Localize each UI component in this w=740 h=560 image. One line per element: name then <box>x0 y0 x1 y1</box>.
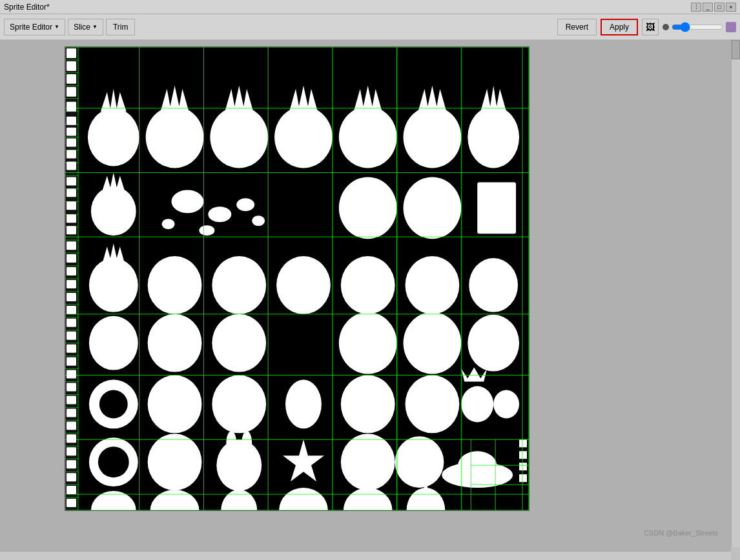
svg-point-25 <box>339 177 397 239</box>
maximize-btn[interactable]: □ <box>714 3 725 12</box>
svg-point-42 <box>468 315 519 372</box>
sprite-editor-dropdown[interactable]: Sprite Editor ▼ <box>4 19 65 35</box>
svg-rect-158 <box>67 408 76 417</box>
svg-point-9 <box>339 106 397 168</box>
title-bar-left: Sprite Editor* <box>4 3 50 12</box>
revert-button[interactable]: Revert <box>557 19 597 35</box>
menu-btn[interactable]: ⋮ <box>691 3 701 12</box>
svg-marker-6 <box>225 86 253 112</box>
svg-point-36 <box>469 258 518 312</box>
sprite-svg <box>65 47 529 510</box>
svg-rect-152 <box>67 332 76 340</box>
svg-point-68 <box>91 491 136 510</box>
title-bar: Sprite Editor* ⋮ _ □ × <box>0 0 740 14</box>
svg-rect-139 <box>67 162 76 170</box>
revert-label: Revert <box>566 23 588 32</box>
svg-rect-154 <box>67 357 76 366</box>
svg-point-49 <box>406 375 460 434</box>
svg-point-41 <box>404 312 462 374</box>
svg-point-22 <box>252 215 265 226</box>
svg-marker-14 <box>480 86 506 112</box>
trim-button[interactable]: Trim <box>106 19 136 35</box>
scrollbar-bottom[interactable] <box>0 551 731 560</box>
svg-point-13 <box>468 106 519 168</box>
close-btn[interactable]: × <box>726 3 736 12</box>
svg-rect-161 <box>67 447 76 455</box>
title-bar-controls: ⋮ _ □ × <box>691 3 736 12</box>
svg-rect-147 <box>67 267 76 275</box>
svg-point-45 <box>148 375 202 434</box>
svg-point-57 <box>226 431 236 454</box>
svg-point-52 <box>493 390 519 419</box>
toolbar-left: Sprite Editor ▼ Slice ▼ Trim <box>4 19 555 35</box>
slice-label: Slice <box>74 23 90 32</box>
svg-rect-151 <box>67 319 76 327</box>
svg-rect-141 <box>67 188 76 197</box>
apply-label: Apply <box>610 23 629 32</box>
svg-marker-8 <box>289 86 318 112</box>
svg-rect-149 <box>67 293 76 301</box>
image-icon-button[interactable]: 🖼 <box>642 19 659 35</box>
minimize-btn[interactable]: _ <box>703 3 713 12</box>
svg-rect-160 <box>67 434 76 443</box>
sprite-editor-arrow-icon: ▼ <box>54 24 59 30</box>
svg-point-47 <box>285 380 322 429</box>
svg-point-5 <box>210 106 268 168</box>
toolbar: Sprite Editor ▼ Slice ▼ Trim Revert Appl… <box>0 14 740 40</box>
svg-point-54 <box>98 446 129 477</box>
slice-arrow-icon: ▼ <box>92 24 98 30</box>
apply-button[interactable]: Apply <box>601 19 638 35</box>
zoom-slider-container <box>663 22 736 32</box>
slider-min-icon <box>663 24 669 30</box>
svg-rect-163 <box>67 473 76 481</box>
svg-point-1 <box>88 108 139 166</box>
svg-rect-143 <box>67 214 76 223</box>
svg-marker-12 <box>418 86 446 112</box>
slice-dropdown[interactable]: Slice ▼ <box>68 19 103 35</box>
svg-point-55 <box>148 434 202 490</box>
svg-point-21 <box>236 198 254 211</box>
scrollbar-right-thumb[interactable] <box>732 40 740 59</box>
svg-point-7 <box>274 106 333 168</box>
scrollbar-right[interactable] <box>731 40 740 547</box>
svg-point-72 <box>344 488 393 510</box>
svg-point-58 <box>242 431 252 454</box>
svg-marker-51 <box>461 368 487 382</box>
svg-rect-130 <box>67 48 76 58</box>
svg-point-23 <box>162 219 175 229</box>
svg-marker-17 <box>103 172 125 190</box>
svg-point-71 <box>279 488 328 510</box>
zoom-slider[interactable] <box>672 22 723 32</box>
svg-point-16 <box>91 186 136 235</box>
svg-rect-28 <box>477 182 516 234</box>
app-title: Sprite Editor* <box>4 3 50 12</box>
svg-rect-153 <box>67 345 76 353</box>
svg-point-11 <box>404 106 462 168</box>
svg-point-38 <box>148 314 202 372</box>
svg-marker-4 <box>161 86 189 112</box>
sprite-canvas[interactable] <box>65 46 529 511</box>
toolbar-right: Revert Apply 🖼 <box>557 19 736 35</box>
svg-rect-155 <box>67 370 76 379</box>
svg-point-73 <box>407 488 446 510</box>
svg-rect-138 <box>67 150 76 159</box>
svg-point-50 <box>461 386 493 423</box>
svg-rect-65 <box>519 451 527 459</box>
svg-rect-66 <box>519 463 527 470</box>
svg-point-69 <box>150 490 200 510</box>
svg-rect-132 <box>67 74 76 84</box>
svg-point-19 <box>172 190 204 213</box>
svg-point-40 <box>339 312 397 374</box>
svg-point-46 <box>212 375 266 434</box>
svg-rect-148 <box>67 280 76 288</box>
svg-rect-137 <box>67 139 76 147</box>
svg-point-61 <box>395 436 444 488</box>
svg-rect-146 <box>67 254 76 263</box>
svg-marker-10 <box>354 86 382 112</box>
svg-point-39 <box>212 314 266 372</box>
svg-point-24 <box>199 225 214 235</box>
svg-rect-164 <box>67 486 76 494</box>
main-area: CSDN @Baker_Streets <box>0 40 731 551</box>
svg-rect-157 <box>67 395 76 404</box>
svg-rect-142 <box>67 201 76 210</box>
